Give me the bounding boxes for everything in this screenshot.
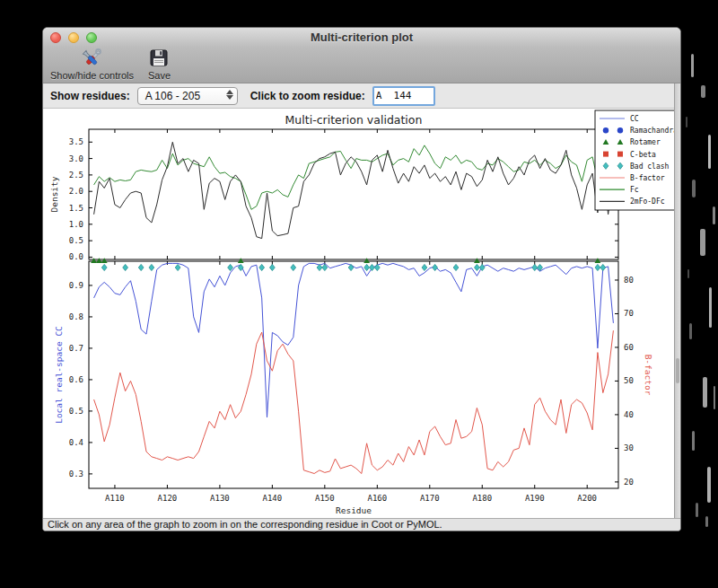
window-title: Multi-criterion plot [43, 28, 680, 48]
rotamer-marker [101, 258, 108, 263]
bad-clash-marker [175, 264, 180, 270]
bfactor-line [94, 330, 614, 473]
zoom-residue-label: Click to zoom residue: [250, 90, 365, 102]
figure-area[interactable]: Multi-criterion validation0.00.51.01.52.… [43, 109, 680, 518]
tick-label: A150 [315, 494, 335, 503]
desktop-background: Multi-criterion plot [0, 0, 718, 588]
legend-label: Bad clash [630, 162, 670, 171]
rotamer-marker [238, 258, 244, 263]
wallpaper-streak [687, 269, 689, 278]
residue-range-value: A 106 - 205 [145, 90, 200, 102]
save-button[interactable]: Save [148, 48, 171, 81]
tick-label: 0.0 [69, 252, 83, 261]
tick-label: A140 [263, 494, 283, 503]
multi-criterion-plot[interactable]: Multi-criterion validation0.00.51.01.52.… [43, 109, 681, 520]
legend-label: Rotamer [630, 138, 661, 146]
wallpaper-streak [701, 85, 705, 98]
fc-line [94, 145, 614, 209]
legend-label: 2mFo-DFc [630, 197, 665, 206]
legend-label: C-beta [630, 151, 656, 159]
bad-clash-marker [370, 264, 375, 270]
show-residues-label: Show residues: [50, 90, 130, 102]
wallpaper-streak [714, 386, 715, 409]
tick-label: 1.5 [69, 204, 83, 213]
zoom-residue-input[interactable] [372, 86, 435, 106]
legend-label: CC [630, 115, 639, 123]
x-axis-label: Residue [336, 505, 372, 515]
tick-label: 0.4 [69, 438, 83, 447]
tick-label: 30 [624, 443, 634, 452]
tick-label: 80 [624, 276, 634, 285]
bad-clash-marker [269, 264, 275, 270]
tick-label: 0.9 [69, 281, 83, 290]
tick-label: 0.7 [69, 344, 83, 353]
cc-axis-label: Local real-space CC [54, 326, 64, 424]
density-axis-label: Density [49, 176, 59, 212]
legend-box [595, 110, 680, 210]
rotamer-marker [474, 258, 480, 263]
show-hide-controls-label: Show/hide controls [50, 70, 134, 81]
status-text: Click on any area of the graph to zoom i… [48, 519, 442, 530]
bad-clash-marker [138, 264, 144, 270]
tick-label: 0.6 [69, 375, 83, 384]
app-window: Multi-criterion plot [42, 27, 681, 531]
tick-label: 2.5 [69, 171, 83, 180]
tick-label: 0.5 [69, 236, 83, 245]
rotamer-marker [595, 258, 601, 263]
stepper-arrows-icon [226, 90, 233, 100]
show-hide-controls-button[interactable]: Show/hide controls [50, 48, 134, 81]
bad-clash-marker [348, 264, 354, 270]
bad-clash-marker [291, 264, 296, 270]
tick-label: A130 [210, 494, 230, 503]
legend-label: B-factor [630, 174, 665, 182]
save-label: Save [148, 70, 171, 81]
wallpaper-streak [703, 377, 707, 408]
bad-clash-marker [228, 264, 233, 270]
tick-label: A190 [525, 494, 545, 503]
rotamer-marker [363, 258, 370, 263]
residue-range-dropdown[interactable]: A 106 - 205 [137, 87, 238, 105]
bfactor-axis-label: B-factor [644, 355, 653, 396]
wallpaper-streak [691, 54, 694, 77]
bad-clash-marker [317, 264, 322, 270]
bad-clash-marker [475, 264, 480, 270]
wallpaper-streak [692, 180, 696, 197]
vertical-scrollbar[interactable] [674, 83, 680, 518]
tick-label: 3.5 [69, 137, 83, 146]
tick-label: 2.0 [69, 187, 83, 196]
bad-clash-marker [364, 264, 370, 270]
rotamer-marker [96, 258, 102, 263]
wallpaper-streak [700, 229, 705, 256]
tools-icon [80, 48, 103, 69]
tick-label: 0.5 [69, 407, 83, 416]
control-bar: Show residues: A 106 - 205 Click to zoom… [43, 83, 680, 109]
cc-bfactor-plot-frame[interactable] [89, 261, 618, 488]
wallpaper-streak [713, 206, 715, 224]
tick-label: A180 [472, 494, 492, 503]
bad-clash-marker [123, 264, 128, 270]
legend-label: Fc [630, 186, 639, 194]
bad-clash-marker [433, 264, 438, 270]
wallpaper-streak [705, 516, 708, 527]
plot-title: Multi-criterion validation [285, 113, 423, 127]
bad-clash-marker [532, 264, 538, 270]
scrollbar-thumb[interactable] [676, 358, 679, 383]
bad-clash-marker [453, 264, 459, 270]
density-plot-frame[interactable] [89, 129, 618, 259]
wallpaper-streak [708, 135, 711, 169]
tick-label: 60 [624, 343, 634, 352]
tick-label: 50 [624, 376, 634, 385]
cc-line [94, 263, 614, 417]
tick-label: 0.8 [69, 312, 83, 321]
wallpaper-streak [707, 467, 711, 503]
wallpaper-streak [689, 323, 692, 339]
bad-clash-marker [422, 264, 427, 270]
toolbar: Show/hide controls Save [43, 48, 680, 83]
title-bar[interactable]: Multi-criterion plot [43, 28, 680, 48]
tick-label: 3.0 [69, 154, 83, 163]
bad-clash-marker [259, 264, 265, 270]
bad-clash-marker [149, 264, 154, 270]
tick-label: A110 [105, 494, 125, 503]
tick-label: A200 [577, 494, 597, 503]
tick-label: 20 [624, 478, 634, 487]
